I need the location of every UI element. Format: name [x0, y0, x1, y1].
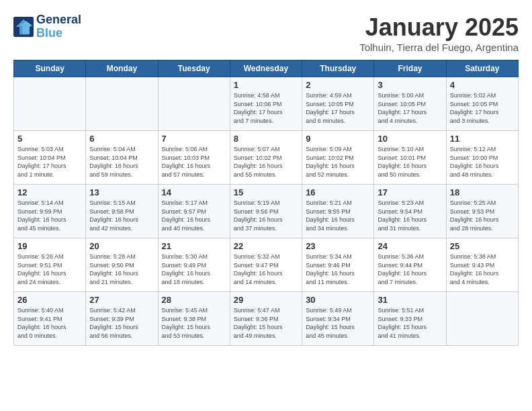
logo-icon: [13, 17, 34, 37]
cell-info: Sunrise: 4:58 AM Sunset: 10:06 PM Daylig…: [234, 91, 298, 125]
calendar-cell: 1Sunrise: 4:58 AM Sunset: 10:06 PM Dayli…: [230, 77, 302, 131]
cell-info: Sunrise: 5:04 AM Sunset: 10:04 PM Daylig…: [89, 145, 154, 179]
cell-info: Sunrise: 5:10 AM Sunset: 10:01 PM Daylig…: [378, 145, 442, 179]
calendar-cell: 10Sunrise: 5:10 AM Sunset: 10:01 PM Dayl…: [374, 131, 446, 185]
cell-info: Sunrise: 5:28 AM Sunset: 9:50 PM Dayligh…: [89, 253, 154, 286]
date-number: 7: [162, 134, 226, 144]
date-number: 22: [234, 241, 298, 251]
logo: General Blue: [13, 13, 81, 40]
date-number: 27: [89, 295, 154, 305]
calendar-cell: 6Sunrise: 5:04 AM Sunset: 10:04 PM Dayli…: [86, 131, 158, 185]
calendar-table: SundayMondayTuesdayWednesdayThursdayFrid…: [13, 60, 519, 346]
date-number: 31: [378, 295, 442, 305]
calendar-cell: 31Sunrise: 5:51 AM Sunset: 9:33 PM Dayli…: [374, 292, 446, 346]
cell-info: Sunrise: 5:02 AM Sunset: 10:05 PM Daylig…: [450, 91, 515, 125]
calendar-cell: 4Sunrise: 5:02 AM Sunset: 10:05 PM Dayli…: [446, 77, 518, 131]
date-number: 29: [234, 295, 298, 305]
cell-info: Sunrise: 5:06 AM Sunset: 10:03 PM Daylig…: [162, 145, 226, 179]
date-number: 20: [89, 241, 154, 251]
cell-info: Sunrise: 5:38 AM Sunset: 9:43 PM Dayligh…: [450, 253, 515, 286]
calendar-cell: [14, 77, 86, 131]
cell-info: Sunrise: 5:25 AM Sunset: 9:53 PM Dayligh…: [450, 199, 515, 232]
calendar-cell: 12Sunrise: 5:14 AM Sunset: 9:59 PM Dayli…: [14, 185, 86, 238]
calendar-cell: 17Sunrise: 5:23 AM Sunset: 9:54 PM Dayli…: [374, 185, 446, 238]
calendar-cell: 5Sunrise: 5:03 AM Sunset: 10:04 PM Dayli…: [14, 131, 86, 185]
calendar-cell: 14Sunrise: 5:17 AM Sunset: 9:57 PM Dayli…: [158, 185, 230, 238]
date-number: 19: [17, 241, 82, 251]
title-area: January 2025 Tolhuin, Tierra del Fuego, …: [359, 13, 519, 53]
date-number: 8: [234, 134, 298, 144]
cell-info: Sunrise: 5:15 AM Sunset: 9:58 PM Dayligh…: [89, 199, 154, 232]
day-header-monday: Monday: [86, 60, 158, 77]
day-header-sunday: Sunday: [14, 60, 86, 77]
calendar-cell: 19Sunrise: 5:26 AM Sunset: 9:51 PM Dayli…: [14, 238, 86, 292]
date-number: 18: [450, 187, 515, 197]
cell-info: Sunrise: 5:23 AM Sunset: 9:54 PM Dayligh…: [378, 199, 442, 232]
cell-info: Sunrise: 5:03 AM Sunset: 10:04 PM Daylig…: [17, 145, 82, 179]
calendar-week-2: 5Sunrise: 5:03 AM Sunset: 10:04 PM Dayli…: [14, 131, 519, 185]
date-number: 15: [234, 187, 298, 197]
calendar-cell: 27Sunrise: 5:42 AM Sunset: 9:39 PM Dayli…: [86, 292, 158, 346]
cell-info: Sunrise: 5:36 AM Sunset: 9:44 PM Dayligh…: [378, 253, 442, 286]
calendar-week-1: 1Sunrise: 4:58 AM Sunset: 10:06 PM Dayli…: [14, 77, 519, 131]
cell-info: Sunrise: 5:45 AM Sunset: 9:38 PM Dayligh…: [162, 306, 226, 340]
date-number: 30: [306, 295, 370, 305]
calendar-cell: 26Sunrise: 5:40 AM Sunset: 9:41 PM Dayli…: [14, 292, 86, 346]
calendar-cell: 11Sunrise: 5:12 AM Sunset: 10:00 PM Dayl…: [446, 131, 518, 185]
calendar-header: General Blue January 2025 Tolhuin, Tierr…: [13, 13, 519, 53]
calendar-cell: 7Sunrise: 5:06 AM Sunset: 10:03 PM Dayli…: [158, 131, 230, 185]
date-number: 23: [306, 241, 370, 251]
date-number: 26: [17, 295, 82, 305]
calendar-week-4: 19Sunrise: 5:26 AM Sunset: 9:51 PM Dayli…: [14, 238, 519, 292]
day-header-row: SundayMondayTuesdayWednesdayThursdayFrid…: [14, 60, 519, 77]
cell-info: Sunrise: 5:32 AM Sunset: 9:47 PM Dayligh…: [234, 253, 298, 286]
calendar-cell: [446, 292, 518, 346]
calendar-cell: 16Sunrise: 5:21 AM Sunset: 9:55 PM Dayli…: [302, 185, 374, 238]
cell-info: Sunrise: 5:17 AM Sunset: 9:57 PM Dayligh…: [162, 199, 226, 232]
day-header-friday: Friday: [374, 60, 446, 77]
cell-info: Sunrise: 5:09 AM Sunset: 10:02 PM Daylig…: [306, 145, 370, 179]
cell-info: Sunrise: 5:49 AM Sunset: 9:34 PM Dayligh…: [306, 306, 370, 340]
date-number: 21: [162, 241, 226, 251]
calendar-cell: 30Sunrise: 5:49 AM Sunset: 9:34 PM Dayli…: [302, 292, 374, 346]
calendar-cell: 15Sunrise: 5:19 AM Sunset: 9:56 PM Dayli…: [230, 185, 302, 238]
date-number: 16: [306, 187, 370, 197]
date-number: 17: [378, 187, 442, 197]
day-header-saturday: Saturday: [446, 60, 518, 77]
calendar-week-5: 26Sunrise: 5:40 AM Sunset: 9:41 PM Dayli…: [14, 292, 519, 346]
date-number: 11: [450, 134, 515, 144]
date-number: 4: [450, 80, 515, 90]
cell-info: Sunrise: 5:19 AM Sunset: 9:56 PM Dayligh…: [234, 199, 298, 232]
date-number: 14: [162, 187, 226, 197]
calendar-cell: 23Sunrise: 5:34 AM Sunset: 9:46 PM Dayli…: [302, 238, 374, 292]
calendar-cell: 20Sunrise: 5:28 AM Sunset: 9:50 PM Dayli…: [86, 238, 158, 292]
day-header-tuesday: Tuesday: [158, 60, 230, 77]
calendar-cell: 13Sunrise: 5:15 AM Sunset: 9:58 PM Dayli…: [86, 185, 158, 238]
date-number: 9: [306, 134, 370, 144]
date-number: 24: [378, 241, 442, 251]
cell-info: Sunrise: 5:42 AM Sunset: 9:39 PM Dayligh…: [89, 306, 154, 340]
calendar-cell: 21Sunrise: 5:30 AM Sunset: 9:49 PM Dayli…: [158, 238, 230, 292]
calendar-cell: 24Sunrise: 5:36 AM Sunset: 9:44 PM Dayli…: [374, 238, 446, 292]
day-header-thursday: Thursday: [302, 60, 374, 77]
calendar-cell: 3Sunrise: 5:00 AM Sunset: 10:05 PM Dayli…: [374, 77, 446, 131]
calendar-cell: 28Sunrise: 5:45 AM Sunset: 9:38 PM Dayli…: [158, 292, 230, 346]
calendar-title: January 2025: [359, 13, 519, 42]
calendar-cell: 2Sunrise: 4:59 AM Sunset: 10:05 PM Dayli…: [302, 77, 374, 131]
cell-info: Sunrise: 5:30 AM Sunset: 9:49 PM Dayligh…: [162, 253, 226, 286]
date-number: 13: [89, 187, 154, 197]
cell-info: Sunrise: 5:47 AM Sunset: 9:36 PM Dayligh…: [234, 306, 298, 340]
date-number: 1: [234, 80, 298, 90]
cell-info: Sunrise: 5:12 AM Sunset: 10:00 PM Daylig…: [450, 145, 515, 179]
calendar-cell: [86, 77, 158, 131]
cell-info: Sunrise: 5:40 AM Sunset: 9:41 PM Dayligh…: [17, 306, 82, 340]
date-number: 3: [378, 80, 442, 90]
cell-info: Sunrise: 5:51 AM Sunset: 9:33 PM Dayligh…: [378, 306, 442, 340]
calendar-week-3: 12Sunrise: 5:14 AM Sunset: 9:59 PM Dayli…: [14, 185, 519, 238]
calendar-cell: 9Sunrise: 5:09 AM Sunset: 10:02 PM Dayli…: [302, 131, 374, 185]
cell-info: Sunrise: 5:34 AM Sunset: 9:46 PM Dayligh…: [306, 253, 370, 286]
cell-info: Sunrise: 5:21 AM Sunset: 9:55 PM Dayligh…: [306, 199, 370, 232]
date-number: 2: [306, 80, 370, 90]
cell-info: Sunrise: 5:14 AM Sunset: 9:59 PM Dayligh…: [17, 199, 82, 232]
day-header-wednesday: Wednesday: [230, 60, 302, 77]
